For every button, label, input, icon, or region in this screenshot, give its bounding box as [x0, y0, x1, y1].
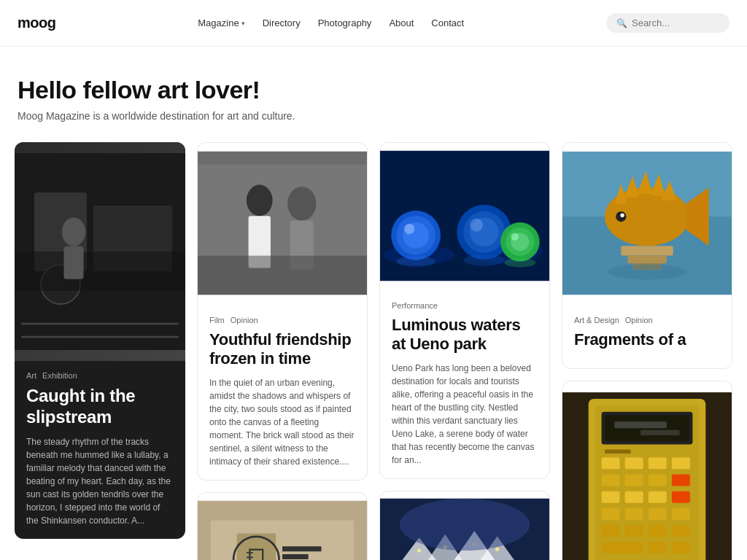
article-card[interactable]: Art Experimental 3331 Arts Cyd. In the h… — [197, 492, 368, 560]
svg-rect-78 — [614, 422, 666, 429]
svg-rect-11 — [198, 152, 367, 165]
svg-rect-93 — [602, 508, 620, 520]
search-input[interactable] — [632, 18, 719, 28]
svg-rect-4 — [15, 252, 185, 291]
article-card[interactable]: Performance Luminous waters at Ueno park… — [379, 142, 550, 479]
svg-rect-84 — [672, 458, 690, 470]
svg-rect-87 — [649, 475, 667, 486]
svg-rect-102 — [649, 542, 667, 554]
svg-rect-103 — [672, 542, 690, 554]
card-tags: Art & Design Opinion — [574, 316, 720, 324]
card-tag: Performance — [392, 301, 438, 310]
svg-rect-18 — [211, 520, 354, 560]
svg-point-12 — [247, 184, 273, 216]
svg-rect-90 — [625, 491, 643, 503]
svg-rect-70 — [627, 256, 667, 264]
card-excerpt: In the quiet of an urban evening, amidst… — [209, 376, 355, 468]
card-image — [380, 491, 549, 560]
svg-rect-69 — [621, 246, 673, 255]
card-image — [15, 142, 185, 361]
nav-photography[interactable]: Photography — [318, 18, 372, 28]
nav-about[interactable]: About — [389, 18, 414, 28]
svg-point-56 — [495, 547, 499, 551]
card-tags: Performance — [392, 301, 538, 310]
svg-point-35 — [404, 224, 414, 234]
svg-rect-81 — [602, 458, 620, 470]
nav-magazine[interactable]: Magazine ▾ — [198, 18, 244, 28]
svg-rect-95 — [649, 508, 667, 520]
card-excerpt: The steady rhythm of the tracks beneath … — [26, 435, 174, 527]
svg-point-43 — [511, 233, 519, 241]
svg-rect-97 — [602, 525, 620, 537]
article-card[interactable]: Art & Design Opinion Fragments of a — [562, 142, 732, 369]
hero-section: Hello fellow art lover! Moog Magazine is… — [0, 47, 747, 142]
svg-point-53 — [417, 548, 421, 552]
search-icon: 🔍 — [616, 18, 627, 28]
svg-rect-80 — [605, 450, 631, 454]
logo[interactable]: moog — [18, 15, 55, 31]
article-card[interactable]: Film Opinion Youthful friendship frozen … — [197, 142, 368, 481]
svg-rect-86 — [625, 475, 643, 486]
article-card[interactable] — [562, 381, 732, 560]
nav-contact[interactable]: Contact — [431, 18, 464, 28]
card-tag: Art & Design — [574, 316, 619, 324]
card-tag: Opinion — [231, 316, 258, 324]
card-image — [198, 143, 367, 306]
svg-rect-16 — [198, 256, 367, 295]
card-tag: Exhibition — [42, 371, 77, 380]
svg-rect-82 — [625, 458, 643, 470]
card-excerpt: Ueno Park has long been a beloved destin… — [392, 362, 538, 467]
svg-rect-92 — [672, 491, 690, 503]
svg-rect-88 — [672, 475, 690, 486]
svg-rect-99 — [649, 525, 667, 537]
svg-point-72 — [608, 264, 686, 279]
svg-point-39 — [470, 219, 483, 232]
svg-rect-89 — [602, 491, 620, 503]
svg-rect-101 — [602, 542, 643, 554]
card-title: Youthful friendship frozen in time — [209, 330, 355, 369]
svg-point-14 — [287, 187, 316, 220]
hero-heading: Hello fellow art lover! — [18, 76, 729, 104]
card-title: Luminous waters at Ueno park — [392, 316, 538, 354]
article-card[interactable] — [379, 491, 550, 560]
svg-rect-26 — [282, 554, 309, 559]
svg-rect-94 — [625, 508, 643, 520]
svg-rect-85 — [602, 475, 620, 486]
svg-rect-96 — [672, 508, 690, 520]
site-header: moog Magazine ▾ Directory Photography Ab… — [0, 0, 747, 47]
svg-point-46 — [504, 258, 535, 267]
svg-point-5 — [62, 217, 85, 246]
chevron-down-icon: ▾ — [241, 20, 245, 27]
search-box[interactable]: 🔍 — [606, 13, 729, 33]
main-nav: Magazine ▾ Directory Photography About C… — [198, 18, 464, 28]
nav-directory[interactable]: Directory — [263, 18, 301, 28]
card-image — [562, 143, 732, 306]
card-title: Caught in the slipstream — [26, 386, 174, 428]
svg-rect-25 — [282, 546, 322, 551]
card-image — [198, 493, 367, 560]
card-image — [380, 143, 549, 291]
svg-rect-98 — [625, 525, 643, 537]
svg-rect-100 — [672, 525, 690, 537]
card-image — [562, 381, 732, 560]
card-tags: Film Opinion — [209, 316, 355, 324]
card-title: Fragments of a — [574, 330, 720, 349]
svg-point-45 — [463, 254, 505, 266]
svg-point-67 — [620, 214, 624, 217]
svg-rect-6 — [64, 246, 84, 279]
card-tags: Art Exhibition — [26, 371, 174, 380]
card-tag: Art — [26, 371, 36, 380]
svg-rect-91 — [649, 491, 667, 503]
article-grid: Art Exhibition Caught in the slipstream … — [0, 142, 747, 560]
svg-rect-83 — [649, 458, 667, 470]
svg-rect-79 — [640, 430, 680, 435]
svg-point-44 — [396, 256, 436, 266]
card-tag: Film — [209, 316, 225, 324]
article-card[interactable]: Art Exhibition Caught in the slipstream … — [15, 142, 185, 539]
svg-point-57 — [400, 498, 530, 550]
hero-subtext: Moog Magazine is a worldwide destination… — [18, 110, 729, 122]
card-tag: Opinion — [625, 316, 653, 324]
